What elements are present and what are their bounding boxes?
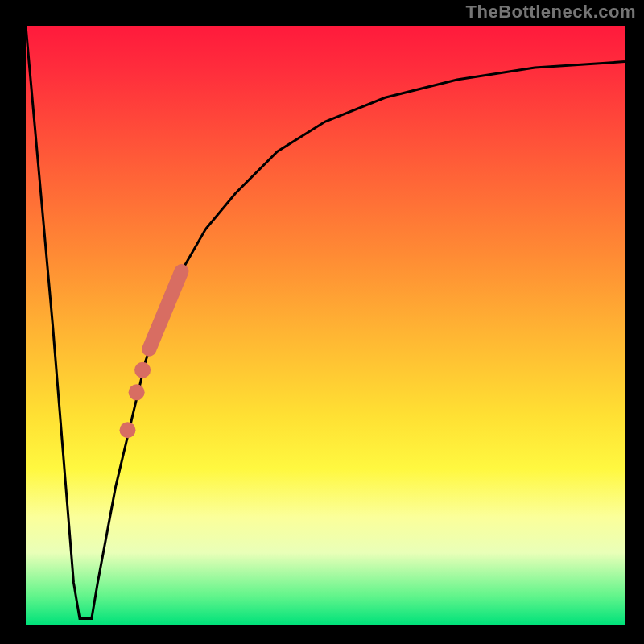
- highlight-dot: [129, 384, 145, 400]
- highlight-dot: [119, 422, 135, 438]
- highlight-dot: [134, 362, 151, 378]
- bottleneck-curve: [26, 26, 625, 619]
- attribution-text: TheBottleneck.com: [466, 2, 636, 23]
- highlight-segment: [149, 271, 181, 349]
- chart-svg: [26, 26, 625, 625]
- highlight-dots: [119, 362, 151, 438]
- frame: TheBottleneck.com: [0, 0, 644, 644]
